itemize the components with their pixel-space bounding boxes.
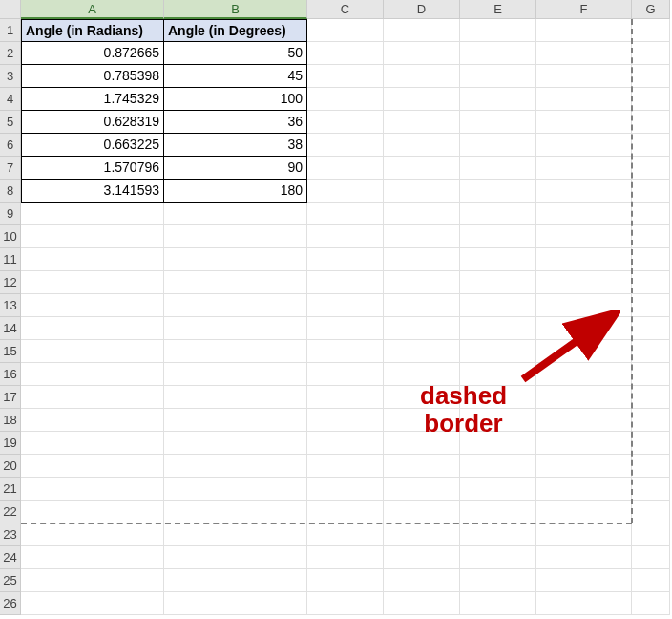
cell[interactable] <box>307 340 384 363</box>
cell[interactable] <box>21 225 164 248</box>
row-header-11[interactable]: 11 <box>0 248 21 271</box>
cell[interactable] <box>164 386 307 409</box>
cell[interactable] <box>632 180 670 203</box>
cell[interactable] <box>632 546 670 569</box>
cell[interactable] <box>307 225 384 248</box>
cell[interactable] <box>164 569 307 592</box>
cell[interactable]: 0.872665 <box>21 42 164 65</box>
cell[interactable] <box>536 546 632 569</box>
cell[interactable] <box>21 317 164 340</box>
cell[interactable] <box>460 203 536 225</box>
row-header-22[interactable]: 22 <box>0 501 21 523</box>
cell[interactable] <box>164 317 307 340</box>
cell[interactable] <box>307 180 384 203</box>
row-header-6[interactable]: 6 <box>0 134 21 157</box>
cell[interactable] <box>460 88 536 111</box>
cell[interactable] <box>632 592 670 615</box>
cell[interactable] <box>460 225 536 248</box>
cell[interactable] <box>632 340 670 363</box>
cell[interactable]: Angle (in Degrees) <box>164 19 307 42</box>
cell[interactable] <box>460 569 536 592</box>
cell[interactable] <box>536 65 632 88</box>
cell[interactable] <box>384 340 460 363</box>
col-header-G[interactable]: G <box>632 0 670 19</box>
cell[interactable] <box>632 225 670 248</box>
cell[interactable] <box>460 134 536 157</box>
cell[interactable] <box>536 248 632 271</box>
cell[interactable] <box>632 157 670 180</box>
cell[interactable] <box>21 523 164 546</box>
cell[interactable] <box>460 111 536 134</box>
cell[interactable] <box>384 134 460 157</box>
col-header-B[interactable]: B <box>164 0 307 19</box>
cell[interactable] <box>460 19 536 42</box>
cell[interactable] <box>460 455 536 478</box>
cell[interactable] <box>632 203 670 225</box>
cell[interactable] <box>21 569 164 592</box>
cell[interactable] <box>536 88 632 111</box>
cell[interactable] <box>460 478 536 501</box>
cell[interactable] <box>307 157 384 180</box>
row-header-26[interactable]: 26 <box>0 592 21 615</box>
row-header-5[interactable]: 5 <box>0 111 21 134</box>
cell[interactable] <box>307 317 384 340</box>
cell[interactable] <box>384 225 460 248</box>
cell[interactable] <box>536 19 632 42</box>
cell[interactable] <box>164 523 307 546</box>
cell[interactable] <box>384 248 460 271</box>
cell[interactable] <box>21 592 164 615</box>
cell[interactable] <box>536 592 632 615</box>
cell[interactable] <box>307 546 384 569</box>
row-header-13[interactable]: 13 <box>0 294 21 317</box>
col-header-F[interactable]: F <box>536 0 632 19</box>
cell[interactable] <box>384 42 460 65</box>
row-header-1[interactable]: 1 <box>0 19 21 42</box>
cell[interactable]: 45 <box>164 65 307 88</box>
cell[interactable] <box>384 569 460 592</box>
row-header-21[interactable]: 21 <box>0 478 21 501</box>
cell[interactable] <box>460 42 536 65</box>
cell[interactable] <box>384 294 460 317</box>
cell[interactable] <box>307 134 384 157</box>
cell[interactable]: 1.570796 <box>21 157 164 180</box>
row-header-12[interactable]: 12 <box>0 271 21 294</box>
cell[interactable] <box>21 294 164 317</box>
cell[interactable]: 3.141593 <box>21 180 164 203</box>
cell[interactable] <box>21 203 164 225</box>
cell[interactable]: Angle (in Radians) <box>21 19 164 42</box>
cell[interactable] <box>307 248 384 271</box>
col-header-C[interactable]: C <box>307 0 384 19</box>
cell[interactable] <box>460 501 536 523</box>
cell[interactable] <box>307 455 384 478</box>
cell[interactable] <box>164 294 307 317</box>
cell[interactable] <box>632 134 670 157</box>
cell[interactable] <box>536 569 632 592</box>
cell[interactable] <box>164 248 307 271</box>
cell[interactable] <box>536 432 632 455</box>
cell[interactable] <box>632 19 670 42</box>
cell[interactable] <box>536 409 632 432</box>
cell[interactable] <box>307 19 384 42</box>
cell[interactable] <box>460 248 536 271</box>
row-header-18[interactable]: 18 <box>0 409 21 432</box>
cell[interactable] <box>384 19 460 42</box>
row-header-15[interactable]: 15 <box>0 340 21 363</box>
cell[interactable] <box>536 501 632 523</box>
cell[interactable] <box>632 432 670 455</box>
cell[interactable] <box>21 432 164 455</box>
cell[interactable] <box>536 180 632 203</box>
cell[interactable] <box>536 134 632 157</box>
cell[interactable] <box>307 386 384 409</box>
cell[interactable] <box>307 569 384 592</box>
cell[interactable] <box>307 271 384 294</box>
cell[interactable] <box>536 157 632 180</box>
col-header-E[interactable]: E <box>460 0 536 19</box>
cell[interactable] <box>460 592 536 615</box>
cell[interactable]: 0.628319 <box>21 111 164 134</box>
cell[interactable] <box>307 111 384 134</box>
cell[interactable] <box>164 455 307 478</box>
cell[interactable] <box>632 317 670 340</box>
cell[interactable]: 0.785398 <box>21 65 164 88</box>
cell[interactable] <box>21 478 164 501</box>
row-header-8[interactable]: 8 <box>0 180 21 203</box>
